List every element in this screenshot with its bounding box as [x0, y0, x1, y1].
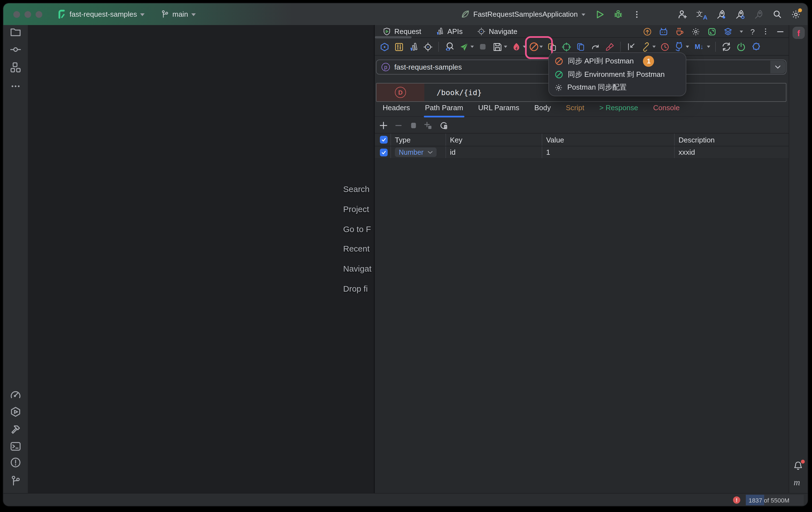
tv-bilibili-icon[interactable]	[659, 27, 668, 36]
add-row-button[interactable]	[378, 120, 388, 131]
build-hammer-icon[interactable]	[10, 424, 21, 435]
copy-icon[interactable]	[573, 41, 588, 53]
layers-dropdown-caret[interactable]	[740, 30, 743, 32]
rocket-run-icon[interactable]	[735, 9, 745, 19]
error-notification-icon[interactable]: !	[733, 496, 740, 504]
http-method-segment[interactable]: D	[377, 83, 424, 101]
tab-headers[interactable]: Headers	[383, 104, 410, 116]
chevron-down-icon[interactable]	[581, 14, 585, 16]
row-value-cell[interactable]: 1	[542, 146, 675, 158]
panel-gear-icon[interactable]	[691, 27, 700, 36]
more-actions-kebab-icon[interactable]	[633, 10, 641, 18]
commit-tool-icon[interactable]	[10, 44, 21, 55]
sync-refresh-icon[interactable]	[719, 41, 733, 53]
copy-as-curl-button[interactable]	[438, 120, 448, 131]
navigate-crosshair-icon[interactable]	[420, 41, 435, 53]
api-cards-icon[interactable]	[545, 41, 559, 53]
header-checkbox-cell[interactable]	[375, 134, 391, 146]
terminal-tool-icon[interactable]	[10, 441, 21, 452]
send-dropdown-caret[interactable]	[469, 41, 475, 53]
link-dropdown-caret[interactable]	[651, 41, 657, 53]
project-tool-icon[interactable]	[10, 27, 21, 38]
row-checkbox[interactable]	[380, 148, 388, 156]
menu-item-postman-config[interactable]: Postman 同步配置	[549, 81, 686, 94]
structure-tool-icon[interactable]	[10, 62, 21, 73]
type-select[interactable]: Number	[395, 147, 437, 157]
project-widget[interactable]: fast-request-samples	[57, 3, 145, 25]
feign-target-icon[interactable]	[559, 41, 573, 53]
markdown-dropdown-caret[interactable]	[705, 41, 712, 53]
search-icon[interactable]	[773, 9, 782, 19]
layers-icon[interactable]	[724, 27, 732, 36]
redo-arrow-icon[interactable]	[588, 41, 602, 53]
horizontal-scrollbar-thumb[interactable]	[375, 36, 411, 38]
save-dropdown-caret[interactable]	[502, 41, 509, 53]
param-table-toolbar	[375, 118, 789, 132]
add-user-icon[interactable]	[677, 9, 688, 19]
tab-path-param[interactable]: Path Param	[425, 104, 463, 116]
git-tool-icon[interactable]	[10, 475, 21, 486]
tab-apis[interactable]: APIs	[436, 27, 463, 35]
tab-script[interactable]: Script	[566, 104, 584, 116]
panel-header-icons: ?	[643, 25, 784, 38]
markdown-export-icon[interactable]: M↓	[691, 41, 707, 53]
more-tool-windows-icon[interactable]	[10, 81, 21, 92]
row-key-cell[interactable]: id	[446, 146, 542, 158]
search-code-icon[interactable]	[442, 41, 457, 53]
tab-url-params[interactable]: URL Params	[478, 104, 519, 116]
memory-indicator[interactable]: 1837 of 5500M	[746, 495, 804, 505]
tab-response[interactable]: > Response	[599, 104, 638, 116]
method-delete-icon: D	[395, 87, 406, 98]
plugin-puzzle-icon[interactable]	[748, 41, 762, 53]
brush-clear-icon[interactable]	[602, 41, 617, 53]
config-hexagon-icon[interactable]	[377, 41, 392, 53]
tab-navigate[interactable]: Navigate	[477, 27, 518, 35]
fast-request-logo-button[interactable]: f	[792, 27, 805, 39]
settings-gear-icon[interactable]	[791, 9, 801, 19]
import-icon[interactable]	[624, 41, 638, 53]
tab-body[interactable]: Body	[534, 104, 551, 116]
column-header-key: Key	[446, 134, 542, 146]
upgrade-icon[interactable]	[643, 27, 652, 36]
postman-dropdown-caret[interactable]	[538, 41, 545, 53]
tab-console[interactable]: Console	[653, 104, 679, 116]
rocket-deploy-icon[interactable]	[716, 9, 726, 19]
run-button[interactable]	[596, 10, 605, 19]
menu-item-sync-environment[interactable]: 同步 Environment 到 Postman	[549, 68, 686, 81]
zoom-window-button[interactable]	[36, 11, 42, 18]
help-icon[interactable]: ?	[750, 27, 755, 36]
branch-widget[interactable]: main	[161, 3, 196, 25]
minimize-panel-icon[interactable]	[776, 28, 784, 35]
select-all-checkbox[interactable]	[380, 136, 388, 143]
coffee-donate-icon[interactable]	[675, 27, 684, 36]
apis-chart-icon[interactable]	[406, 41, 420, 53]
panel-kebab-icon[interactable]	[762, 28, 769, 35]
minimize-window-button[interactable]	[25, 11, 31, 18]
services-tool-icon[interactable]	[10, 406, 21, 417]
traffic-lights[interactable]	[13, 11, 42, 18]
endpoints-gauge-icon[interactable]	[10, 389, 21, 400]
power-status-icon[interactable]	[733, 41, 748, 53]
remove-row-button	[393, 120, 403, 131]
ide-window: fast-request-samples main FastRequestSam…	[3, 3, 808, 506]
menu-item-sync-api[interactable]: 同步 API到 Postman 1	[549, 55, 686, 68]
translate-icon[interactable]: 文 A	[696, 9, 707, 19]
url-path-value[interactable]: /book/{id}	[437, 88, 482, 97]
scale-window-icon[interactable]	[707, 27, 716, 36]
tab-request[interactable]: Request	[383, 27, 421, 35]
problems-tool-icon[interactable]	[10, 457, 21, 468]
run-config-name[interactable]: FastRequestSamplesApplication	[473, 10, 578, 18]
close-window-button[interactable]	[13, 11, 20, 18]
maven-tool-button[interactable]: m	[794, 478, 800, 487]
row-description-cell[interactable]: xxxid	[675, 146, 789, 158]
row-type-cell[interactable]: Number	[391, 146, 446, 158]
combo-arrow-button[interactable]	[770, 61, 785, 74]
debug-button[interactable]	[613, 9, 623, 19]
editor-hint-line: Recent	[343, 244, 370, 255]
history-clock-icon[interactable]	[657, 41, 672, 53]
notifications-bell-icon[interactable]	[793, 461, 804, 472]
github-dropdown-caret[interactable]	[684, 41, 691, 53]
row-checkbox-cell[interactable]	[375, 146, 391, 158]
sliders-settings-icon[interactable]	[392, 41, 406, 53]
flame-dropdown-caret[interactable]	[521, 41, 528, 53]
